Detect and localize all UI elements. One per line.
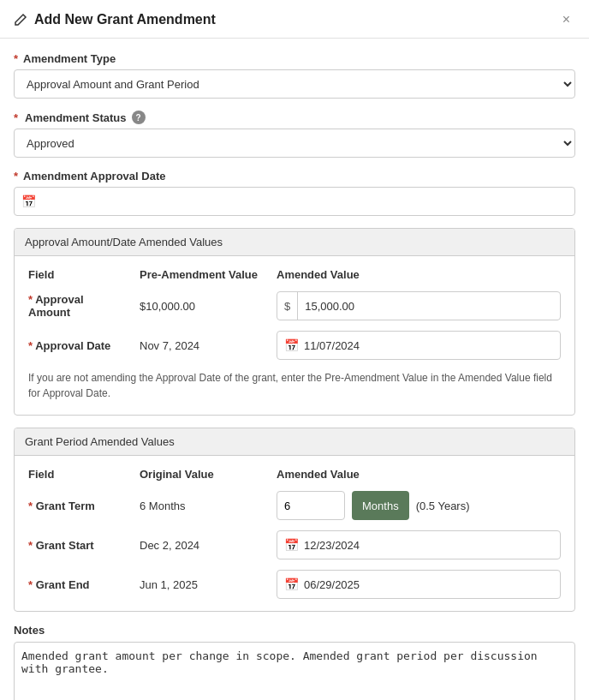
grant-term-amended-cell: Months (0.5 Years) <box>270 486 568 525</box>
table-row: Approval Amount $10,000.00 $ <box>21 286 568 326</box>
grant-term-field-label: Grant Term <box>21 486 133 525</box>
grant-end-amended-cell: 📅 <box>270 565 568 604</box>
grant-period-section: Grant Period Amended Values Field Origin… <box>14 428 575 612</box>
gp-col-amended-header: Amended Value <box>270 463 568 486</box>
grant-start-input-wrap: 📅 <box>277 530 561 559</box>
grant-term-original-value: 6 Months <box>133 486 270 525</box>
calendar-icon-3: 📅 <box>284 538 299 552</box>
grant-end-field-label: Grant End <box>21 565 133 604</box>
amendment-type-select[interactable]: Approval Amount and Grant Period Approva… <box>14 69 575 99</box>
grant-period-section-header: Grant Period Amended Values <box>15 428 574 456</box>
notes-group: Notes Amended grant amount per change in… <box>14 624 575 700</box>
col-field-header: Field <box>21 263 133 286</box>
dollar-sign: $ <box>277 292 298 320</box>
months-button[interactable]: Months <box>352 491 409 520</box>
approval-section: Approval Amount/Date Amended Values Fiel… <box>14 228 575 416</box>
amendment-status-group: Amendment Status ? Approved Pending Reje… <box>14 111 575 158</box>
approval-date-input[interactable]: 11/12/2024 <box>36 195 568 208</box>
grant-period-table: Field Original Value Amended Value Grant… <box>21 463 568 604</box>
approval-amount-input-wrap: $ <box>277 291 561 320</box>
table-row: Approval Date Nov 7, 2024 📅 <box>21 326 568 365</box>
amendment-type-group: Amendment Type Approval Amount and Grant… <box>14 52 575 99</box>
grant-term-number-input[interactable] <box>277 491 345 520</box>
calendar-icon-2: 📅 <box>284 338 299 352</box>
notes-label: Notes <box>14 624 575 637</box>
approval-date-input-wrap: 📅 11/12/2024 <box>14 187 575 216</box>
approval-date-amended-wrap: 📅 <box>277 331 561 360</box>
grant-start-amended-cell: 📅 <box>270 525 568 565</box>
grant-period-section-body: Field Original Value Amended Value Grant… <box>15 456 574 611</box>
approval-section-header: Approval Amount/Date Amended Values <box>15 229 574 256</box>
modal-header: Add New Grant Amendment × <box>0 0 589 39</box>
years-label: (0.5 Years) <box>416 500 470 512</box>
help-icon[interactable]: ? <box>132 111 146 124</box>
approval-amount-field-label: Approval Amount <box>21 286 133 326</box>
gp-col-field-header: Field <box>21 463 133 486</box>
grant-term-input-group: Months (0.5 Years) <box>277 491 561 520</box>
approval-date-amended-cell: 📅 <box>270 326 568 365</box>
amendment-status-select[interactable]: Approved Pending Rejected <box>14 129 575 158</box>
approval-amount-input[interactable] <box>298 300 560 313</box>
close-button[interactable]: × <box>557 10 575 29</box>
table-row: Grant End Jun 1, 2025 📅 <box>21 565 568 604</box>
approval-date-amended-input[interactable] <box>299 339 553 352</box>
table-row: Grant Start Dec 2, 2024 📅 <box>21 525 568 565</box>
approval-table: Field Pre-Amendment Value Amended Value … <box>21 263 568 365</box>
calendar-icon-4: 📅 <box>284 577 299 591</box>
col-pre-header: Pre-Amendment Value <box>133 263 270 286</box>
pencil-icon <box>14 13 27 27</box>
calendar-icon: 📅 <box>21 194 36 208</box>
approval-date-pre-value: Nov 7, 2024 <box>133 326 270 365</box>
approval-date-label: Amendment Approval Date <box>14 170 575 182</box>
grant-end-input-wrap: 📅 <box>277 570 561 599</box>
modal: Add New Grant Amendment × Amendment Type… <box>0 0 589 700</box>
modal-title: Add New Grant Amendment <box>14 12 216 27</box>
approval-amount-pre-value: $10,000.00 <box>133 286 270 326</box>
amendment-type-label: Amendment Type <box>14 52 575 65</box>
col-amended-header: Amended Value <box>270 263 568 286</box>
notes-textarea[interactable]: Amended grant amount per change in scope… <box>14 642 575 700</box>
grant-start-field-label: Grant Start <box>21 525 133 565</box>
amendment-status-label: Amendment Status ? <box>14 111 575 124</box>
approval-date-group: Amendment Approval Date 📅 11/12/2024 <box>14 170 575 216</box>
grant-start-original-value: Dec 2, 2024 <box>133 525 270 565</box>
approval-amount-amended-cell: $ <box>270 286 568 326</box>
modal-body: Amendment Type Approval Amount and Grant… <box>0 39 589 700</box>
approval-date-field-label: Approval Date <box>21 326 133 365</box>
grant-end-original-value: Jun 1, 2025 <box>133 565 270 604</box>
approval-note: If you are not amending the Approval Dat… <box>21 365 568 408</box>
grant-end-input[interactable] <box>299 578 553 591</box>
grant-start-input[interactable] <box>299 539 553 552</box>
approval-section-body: Field Pre-Amendment Value Amended Value … <box>15 256 574 415</box>
table-row: Grant Term 6 Months Months (0.5 Years) <box>21 486 568 525</box>
gp-col-original-header: Original Value <box>133 463 270 486</box>
